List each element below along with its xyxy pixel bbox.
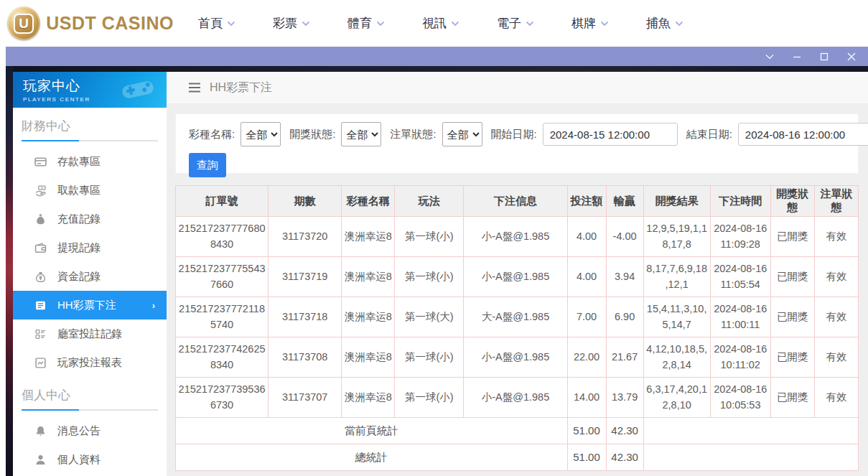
end-date-label: 結束日期: [686, 128, 732, 141]
table-cell: 7.00 [567, 297, 606, 337]
recharge-record-icon [34, 213, 47, 225]
nav-item-label: 首頁 [198, 15, 223, 32]
table-cell: 12,9,5,19,1,18,17,8 [643, 217, 710, 257]
sidebar-section-title: 個人中心 [22, 386, 167, 405]
summary-winloss-total: 42.30 [606, 444, 643, 471]
window-minimize-button[interactable] [792, 52, 802, 62]
table-cell: 31173720 [269, 217, 342, 257]
table-cell: 2024-08-16 11:09:28 [710, 217, 770, 257]
sidebar-item-label: 玩家投注報表 [57, 356, 122, 370]
column-header: 輸贏 [606, 186, 643, 217]
logo-u-emblem: U [14, 14, 34, 34]
table-row: 215217237772118574031173718澳洲幸运8第一球(大)大-… [176, 297, 859, 337]
nav-item-fishing[interactable]: 捕魚 [646, 15, 683, 32]
brand-name: USDT CASINO [46, 13, 174, 34]
summary-bet-total: 51.00 [567, 418, 606, 444]
table-cell: 6.90 [606, 297, 643, 337]
table-cell: 有效 [814, 337, 858, 378]
nav-item-board-games[interactable]: 棋牌 [571, 15, 609, 32]
order-status-select[interactable]: 全部 [442, 122, 482, 146]
order-status-label: 注單狀態: [390, 128, 436, 141]
nav-item-live-video[interactable]: 視訊 [422, 15, 459, 32]
sidebar-item-label: 取款專區 [57, 184, 101, 197]
table-row: 215217237777680843031173720澳洲幸运8第一球(小)小-… [176, 217, 859, 257]
table-cell: 2024-08-16 11:05:54 [710, 257, 770, 297]
draw-status-select[interactable]: 全部 [341, 122, 381, 146]
filter-panel: 彩種名稱: 全部 開獎狀態: 全部 注單狀態: 全部 開始日期: 結束日期: 查… [175, 113, 859, 174]
window-collapse-button[interactable] [765, 52, 775, 62]
window-maximize-button[interactable] [819, 52, 829, 62]
table-cell: 8,17,7,6,9,18,12,1 [643, 257, 710, 297]
sidebar-item-announcements[interactable]: 消息公告 [13, 416, 167, 445]
nav-item-sports[interactable]: 體育 [347, 15, 385, 32]
sidebar-item-withdrawal-records[interactable]: 提現記錄 [13, 233, 167, 262]
lottery-name-select[interactable]: 全部 [241, 122, 281, 146]
sidebar-item-profile[interactable]: 個人資料 [13, 445, 167, 474]
sidebar-sections: 財務中心存款專區取款專區充值記錄提現記錄資金記錄HH彩票下注›廳室投註記錄玩家投… [13, 117, 167, 474]
sidebar-item-label: 存款專區 [57, 155, 101, 169]
brand-logo[interactable]: U USDT CASINO [7, 6, 174, 40]
chevron-right-icon: › [152, 300, 155, 311]
table-cell: 6,3,17,4,20,12,8,10 [643, 378, 710, 418]
query-button[interactable]: 查詢 [189, 153, 226, 177]
nav-item-slots[interactable]: 電子 [497, 15, 534, 32]
sidebar-item-withdraw-zone[interactable]: 取款專區 [13, 176, 167, 205]
table-cell: 2152172377776808430 [176, 217, 269, 257]
summary-empty-cell [643, 418, 858, 444]
table-cell: 澳洲幸运8 [342, 217, 395, 257]
column-header: 注單狀態 [814, 186, 858, 217]
nav-item-label: 彩票 [273, 15, 297, 32]
main-nav: 首頁彩票體育視訊電子棋牌捕魚 [198, 15, 683, 32]
nav-item-lottery[interactable]: 彩票 [273, 15, 310, 32]
section-underline [22, 140, 158, 141]
table-cell: 小-A盤@1.985 [464, 217, 567, 257]
chevron-down-icon [675, 21, 683, 27]
end-date-input[interactable] [738, 123, 868, 146]
table-cell: 澳洲幸运8 [342, 257, 395, 297]
table-cell: 有效 [814, 217, 858, 257]
table-cell: 4,12,10,18,5,2,8,14 [643, 337, 710, 378]
room-bets-icon [34, 328, 47, 340]
sidebar-item-deposit-zone[interactable]: 存款專區 [13, 147, 167, 176]
column-header: 下注信息 [464, 186, 567, 217]
column-header: 期數 [269, 186, 342, 217]
table-cell: 有效 [814, 378, 858, 418]
table-cell: 有效 [814, 297, 858, 337]
filter-row: 彩種名稱: 全部 開獎狀態: 全部 注單狀態: 全部 開始日期: 結束日期: [189, 122, 858, 146]
sidebar-item-label: 提現記錄 [57, 241, 101, 255]
column-header: 開獎狀態 [770, 186, 814, 217]
sidebar-item-recharge-records[interactable]: 充值記錄 [13, 205, 167, 233]
chevron-down-icon [526, 21, 534, 27]
table-cell: 2024-08-16 10:05:53 [710, 378, 770, 418]
table-cell: 31173707 [269, 378, 342, 418]
summary-winloss-total: 42.30 [606, 418, 643, 444]
start-date-input[interactable] [543, 123, 678, 146]
table-cell: -4.00 [606, 217, 643, 257]
sidebar-item-player-bet-report[interactable]: 玩家投注報表 [13, 348, 167, 377]
close-icon [847, 52, 856, 61]
table-cell: 2152172377395366730 [176, 378, 269, 418]
column-header: 玩法 [395, 186, 464, 217]
menu-toggle-button[interactable] [188, 83, 201, 93]
sidebar-item-room-bet-records[interactable]: 廳室投註記錄 [13, 319, 167, 348]
table-row: 215217237742625834031173708澳洲幸运8第一球(小)小-… [176, 337, 859, 378]
table-cell: 小-A盤@1.985 [464, 378, 567, 418]
table-cell: 小-A盤@1.985 [464, 257, 567, 297]
deposit-icon [34, 156, 47, 168]
table-cell: 2152172377721185740 [176, 297, 269, 337]
column-header: 訂單號 [176, 186, 269, 217]
table-cell: 已開獎 [770, 297, 814, 337]
nav-item-home[interactable]: 首頁 [198, 15, 235, 32]
table-cell: 已開獎 [770, 378, 814, 418]
table-cell: 有效 [814, 257, 858, 297]
sidebar-item-funds-records[interactable]: 資金記錄 [13, 262, 167, 291]
bet-report-icon [34, 357, 47, 369]
window-close-button[interactable] [846, 52, 857, 62]
table-cell: 第一球(小) [395, 217, 464, 257]
table-cell: 澳洲幸运8 [342, 297, 395, 337]
nav-item-label: 棋牌 [571, 15, 596, 32]
table-cell: 21.67 [606, 337, 643, 378]
table-cell: 已開獎 [770, 337, 814, 378]
summary-row: 當前頁統計51.0042.30 [176, 418, 859, 444]
sidebar-item-hh-lottery-bets[interactable]: HH彩票下注› [13, 291, 167, 319]
